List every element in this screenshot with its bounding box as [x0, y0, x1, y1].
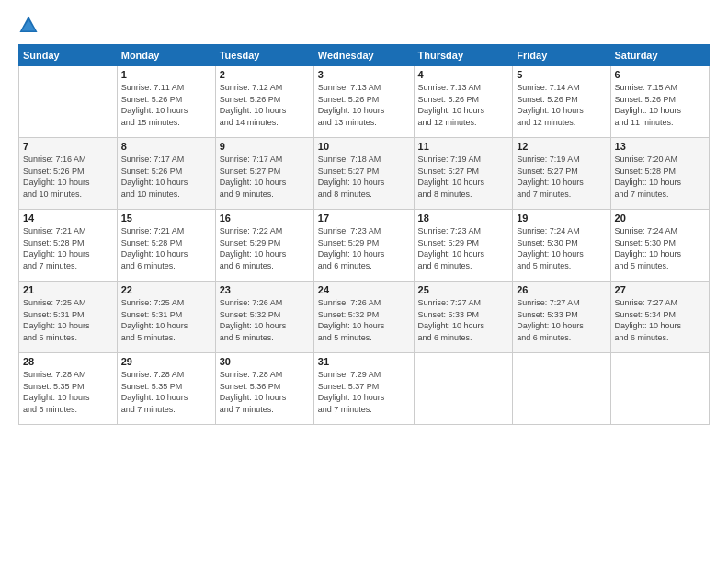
- day-number: 18: [418, 213, 509, 224]
- calendar-cell: 25Sunrise: 7:27 AM Sunset: 5:33 PM Dayli…: [414, 282, 513, 353]
- day-number: 7: [23, 141, 113, 152]
- weekday-header: Wednesday: [313, 45, 414, 66]
- day-info: Sunrise: 7:25 AM Sunset: 5:31 PM Dayligh…: [121, 297, 211, 343]
- day-info: Sunrise: 7:27 AM Sunset: 5:34 PM Dayligh…: [615, 297, 705, 343]
- day-info: Sunrise: 7:14 AM Sunset: 5:26 PM Dayligh…: [517, 82, 606, 128]
- calendar-cell: 24Sunrise: 7:26 AM Sunset: 5:32 PM Dayli…: [313, 282, 414, 353]
- calendar-cell: 4Sunrise: 7:13 AM Sunset: 5:26 PM Daylig…: [414, 66, 513, 138]
- calendar-cell: 9Sunrise: 7:17 AM Sunset: 5:27 PM Daylig…: [215, 138, 313, 210]
- day-info: Sunrise: 7:20 AM Sunset: 5:28 PM Dayligh…: [615, 154, 705, 200]
- calendar-cell: 10Sunrise: 7:18 AM Sunset: 5:27 PM Dayli…: [313, 138, 414, 210]
- day-info: Sunrise: 7:25 AM Sunset: 5:31 PM Dayligh…: [23, 297, 113, 343]
- day-info: Sunrise: 7:22 AM Sunset: 5:29 PM Dayligh…: [220, 225, 310, 271]
- calendar-cell: 30Sunrise: 7:28 AM Sunset: 5:36 PM Dayli…: [215, 353, 313, 425]
- calendar-cell: 22Sunrise: 7:25 AM Sunset: 5:31 PM Dayli…: [117, 282, 215, 353]
- calendar-cell: [610, 353, 709, 425]
- calendar-cell: 5Sunrise: 7:14 AM Sunset: 5:26 PM Daylig…: [513, 66, 610, 138]
- day-number: 12: [517, 141, 606, 152]
- day-info: Sunrise: 7:21 AM Sunset: 5:28 PM Dayligh…: [121, 225, 211, 271]
- day-number: 30: [220, 356, 310, 367]
- day-number: 26: [517, 284, 606, 295]
- calendar-cell: 31Sunrise: 7:29 AM Sunset: 5:37 PM Dayli…: [313, 353, 414, 425]
- weekday-header: Sunday: [19, 45, 118, 66]
- day-info: Sunrise: 7:27 AM Sunset: 5:33 PM Dayligh…: [517, 297, 606, 343]
- day-info: Sunrise: 7:23 AM Sunset: 5:29 PM Dayligh…: [318, 225, 410, 271]
- day-number: 1: [121, 69, 211, 80]
- weekday-header: Friday: [513, 45, 610, 66]
- day-info: Sunrise: 7:18 AM Sunset: 5:27 PM Dayligh…: [318, 154, 410, 200]
- calendar-cell: 1Sunrise: 7:11 AM Sunset: 5:26 PM Daylig…: [117, 66, 215, 138]
- day-number: 4: [418, 69, 509, 80]
- weekday-header: Monday: [117, 45, 215, 66]
- day-number: 2: [220, 69, 310, 80]
- calendar-cell: 15Sunrise: 7:21 AM Sunset: 5:28 PM Dayli…: [117, 210, 215, 282]
- day-info: Sunrise: 7:29 AM Sunset: 5:37 PM Dayligh…: [318, 369, 410, 415]
- calendar-cell: 14Sunrise: 7:21 AM Sunset: 5:28 PM Dayli…: [19, 210, 118, 282]
- calendar-cell: 12Sunrise: 7:19 AM Sunset: 5:27 PM Dayli…: [513, 138, 610, 210]
- day-number: 19: [517, 213, 606, 224]
- calendar-cell: 21Sunrise: 7:25 AM Sunset: 5:31 PM Dayli…: [19, 282, 118, 353]
- calendar-cell: 18Sunrise: 7:23 AM Sunset: 5:29 PM Dayli…: [414, 210, 513, 282]
- day-number: 6: [615, 69, 705, 80]
- calendar-cell: [414, 353, 513, 425]
- day-info: Sunrise: 7:26 AM Sunset: 5:32 PM Dayligh…: [220, 297, 310, 343]
- day-info: Sunrise: 7:28 AM Sunset: 5:36 PM Dayligh…: [220, 369, 310, 415]
- calendar-cell: 26Sunrise: 7:27 AM Sunset: 5:33 PM Dayli…: [513, 282, 610, 353]
- weekday-header: Tuesday: [215, 45, 313, 66]
- day-info: Sunrise: 7:19 AM Sunset: 5:27 PM Dayligh…: [418, 154, 509, 200]
- day-info: Sunrise: 7:16 AM Sunset: 5:26 PM Dayligh…: [23, 154, 113, 200]
- day-number: 25: [418, 284, 509, 295]
- day-info: Sunrise: 7:24 AM Sunset: 5:30 PM Dayligh…: [517, 225, 606, 271]
- calendar-cell: [513, 353, 610, 425]
- logo: [18, 15, 42, 35]
- day-number: 11: [418, 141, 509, 152]
- day-number: 21: [23, 284, 113, 295]
- calendar-cell: 8Sunrise: 7:17 AM Sunset: 5:26 PM Daylig…: [117, 138, 215, 210]
- day-number: 29: [121, 356, 211, 367]
- day-number: 24: [318, 284, 410, 295]
- day-info: Sunrise: 7:26 AM Sunset: 5:32 PM Dayligh…: [318, 297, 410, 343]
- calendar-cell: 7Sunrise: 7:16 AM Sunset: 5:26 PM Daylig…: [19, 138, 118, 210]
- day-info: Sunrise: 7:17 AM Sunset: 5:27 PM Dayligh…: [220, 154, 310, 200]
- calendar-cell: 2Sunrise: 7:12 AM Sunset: 5:26 PM Daylig…: [215, 66, 313, 138]
- day-number: 13: [615, 141, 705, 152]
- calendar-cell: 29Sunrise: 7:28 AM Sunset: 5:35 PM Dayli…: [117, 353, 215, 425]
- calendar-cell: 28Sunrise: 7:28 AM Sunset: 5:35 PM Dayli…: [19, 353, 118, 425]
- day-info: Sunrise: 7:17 AM Sunset: 5:26 PM Dayligh…: [121, 154, 211, 200]
- day-info: Sunrise: 7:13 AM Sunset: 5:26 PM Dayligh…: [418, 82, 509, 128]
- weekday-header: Thursday: [414, 45, 513, 66]
- day-number: 20: [615, 213, 705, 224]
- calendar-cell: 17Sunrise: 7:23 AM Sunset: 5:29 PM Dayli…: [313, 210, 414, 282]
- page: SundayMondayTuesdayWednesdayThursdayFrid…: [0, 0, 728, 563]
- day-number: 14: [23, 213, 113, 224]
- day-info: Sunrise: 7:13 AM Sunset: 5:26 PM Dayligh…: [318, 82, 410, 128]
- day-info: Sunrise: 7:12 AM Sunset: 5:26 PM Dayligh…: [220, 82, 310, 128]
- day-info: Sunrise: 7:15 AM Sunset: 5:26 PM Dayligh…: [615, 82, 705, 128]
- day-number: 31: [318, 356, 410, 367]
- logo-icon: [18, 15, 39, 35]
- calendar: SundayMondayTuesdayWednesdayThursdayFrid…: [18, 44, 710, 425]
- day-number: 23: [220, 284, 310, 295]
- calendar-cell: 13Sunrise: 7:20 AM Sunset: 5:28 PM Dayli…: [610, 138, 709, 210]
- header: [18, 15, 710, 35]
- day-info: Sunrise: 7:27 AM Sunset: 5:33 PM Dayligh…: [418, 297, 509, 343]
- calendar-cell: 11Sunrise: 7:19 AM Sunset: 5:27 PM Dayli…: [414, 138, 513, 210]
- calendar-cell: 19Sunrise: 7:24 AM Sunset: 5:30 PM Dayli…: [513, 210, 610, 282]
- calendar-cell: [19, 66, 118, 138]
- weekday-header: Saturday: [610, 45, 709, 66]
- day-info: Sunrise: 7:21 AM Sunset: 5:28 PM Dayligh…: [23, 225, 113, 271]
- calendar-cell: 6Sunrise: 7:15 AM Sunset: 5:26 PM Daylig…: [610, 66, 709, 138]
- day-number: 16: [220, 213, 310, 224]
- day-number: 9: [220, 141, 310, 152]
- calendar-cell: 27Sunrise: 7:27 AM Sunset: 5:34 PM Dayli…: [610, 282, 709, 353]
- day-number: 28: [23, 356, 113, 367]
- day-number: 17: [318, 213, 410, 224]
- calendar-cell: 3Sunrise: 7:13 AM Sunset: 5:26 PM Daylig…: [313, 66, 414, 138]
- day-number: 5: [517, 69, 606, 80]
- day-info: Sunrise: 7:28 AM Sunset: 5:35 PM Dayligh…: [23, 369, 113, 415]
- day-number: 22: [121, 284, 211, 295]
- day-number: 8: [121, 141, 211, 152]
- day-info: Sunrise: 7:23 AM Sunset: 5:29 PM Dayligh…: [418, 225, 509, 271]
- day-info: Sunrise: 7:19 AM Sunset: 5:27 PM Dayligh…: [517, 154, 606, 200]
- day-info: Sunrise: 7:28 AM Sunset: 5:35 PM Dayligh…: [121, 369, 211, 415]
